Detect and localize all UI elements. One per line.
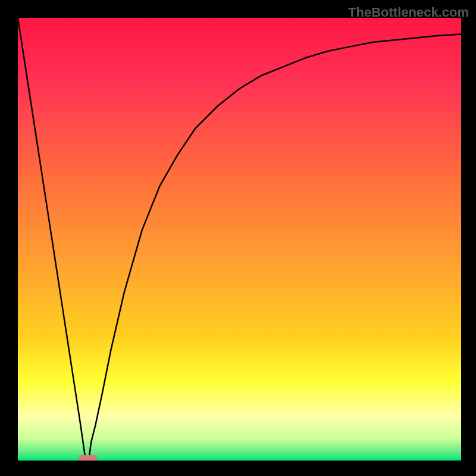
gradient-background [18,18,461,461]
watermark-text: TheBottleneck.com [348,5,469,20]
plot-area [18,18,461,461]
optimal-marker [79,455,97,461]
chart-svg [18,18,461,461]
chart-container: TheBottleneck.com [0,0,476,476]
